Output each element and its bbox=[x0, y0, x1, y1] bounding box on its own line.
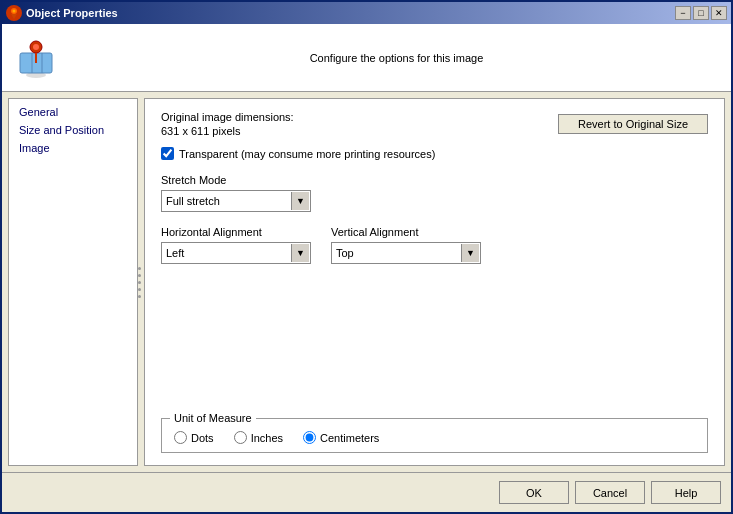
horizontal-alignment-label: Horizontal Alignment bbox=[161, 226, 311, 238]
svg-point-1 bbox=[13, 10, 16, 13]
unit-of-measure-section: Unit of Measure Dots Inches Centimeters bbox=[161, 418, 708, 453]
restore-button[interactable]: □ bbox=[693, 6, 709, 20]
window-title: Object Properties bbox=[26, 7, 675, 19]
vertical-alignment-select[interactable]: Top Middle Bottom bbox=[331, 242, 481, 264]
svg-point-7 bbox=[33, 44, 39, 50]
nav-item-general[interactable]: General bbox=[13, 103, 133, 121]
unit-dots-radio[interactable] bbox=[174, 431, 187, 444]
dialog-description: Configure the options for this image bbox=[74, 52, 719, 64]
app-icon bbox=[14, 35, 58, 79]
minimize-button[interactable]: − bbox=[675, 6, 691, 20]
dialog-footer: OK Cancel Help bbox=[2, 472, 731, 512]
window-icon bbox=[6, 5, 22, 21]
cancel-button[interactable]: Cancel bbox=[575, 481, 645, 504]
stretch-mode-select-wrapper: Full stretch Keep aspect ratio Clip No s… bbox=[161, 190, 311, 212]
alignment-row: Horizontal Alignment Left Center Right ▼… bbox=[161, 226, 708, 264]
help-button[interactable]: Help bbox=[651, 481, 721, 504]
transparent-checkbox[interactable] bbox=[161, 147, 174, 160]
stretch-mode-label: Stretch Mode bbox=[161, 174, 708, 186]
nav-resize-handle bbox=[138, 103, 141, 461]
revert-to-original-size-button[interactable]: Revert to Original Size bbox=[558, 114, 708, 134]
nav-item-image[interactable]: Image bbox=[13, 139, 133, 157]
unit-inches-label[interactable]: Inches bbox=[251, 432, 283, 444]
dialog-header: Configure the options for this image bbox=[2, 24, 731, 92]
title-bar: Object Properties − □ ✕ bbox=[2, 2, 731, 24]
ok-button[interactable]: OK bbox=[499, 481, 569, 504]
unit-of-measure-legend: Unit of Measure bbox=[170, 412, 256, 424]
unit-radio-group: Dots Inches Centimeters bbox=[174, 431, 695, 444]
unit-centimeters-label[interactable]: Centimeters bbox=[320, 432, 379, 444]
image-dims-value: 631 x 611 pixels bbox=[161, 125, 558, 137]
dialog-icon-area bbox=[14, 35, 64, 81]
transparent-checkbox-row: Transparent (may consume more printing r… bbox=[161, 147, 708, 160]
dialog-body: General Size and Position Image bbox=[2, 92, 731, 472]
content-panel: Original image dimensions: 631 x 611 pix… bbox=[144, 98, 725, 466]
vertical-alignment-label: Vertical Alignment bbox=[331, 226, 481, 238]
unit-dots-item: Dots bbox=[174, 431, 214, 444]
object-properties-window: Object Properties − □ ✕ Configure the bbox=[0, 0, 733, 514]
image-dims: Original image dimensions: 631 x 611 pix… bbox=[161, 111, 558, 137]
vertical-alignment-select-wrapper: Top Middle Bottom ▼ bbox=[331, 242, 481, 264]
transparent-label[interactable]: Transparent (may consume more printing r… bbox=[179, 148, 435, 160]
unit-centimeters-radio[interactable] bbox=[303, 431, 316, 444]
close-button[interactable]: ✕ bbox=[711, 6, 727, 20]
horizontal-alignment-select-wrapper: Left Center Right ▼ bbox=[161, 242, 311, 264]
image-dims-label: Original image dimensions: bbox=[161, 111, 558, 123]
unit-inches-radio[interactable] bbox=[234, 431, 247, 444]
image-dims-row: Original image dimensions: 631 x 611 pix… bbox=[161, 111, 708, 137]
vertical-alignment-group: Vertical Alignment Top Middle Bottom ▼ bbox=[331, 226, 481, 264]
nav-item-size-and-position[interactable]: Size and Position bbox=[13, 121, 133, 139]
horizontal-alignment-group: Horizontal Alignment Left Center Right ▼ bbox=[161, 226, 311, 264]
horizontal-alignment-select[interactable]: Left Center Right bbox=[161, 242, 311, 264]
unit-centimeters-item: Centimeters bbox=[303, 431, 379, 444]
nav-panel: General Size and Position Image bbox=[8, 98, 138, 466]
window-controls: − □ ✕ bbox=[675, 6, 727, 20]
unit-dots-label[interactable]: Dots bbox=[191, 432, 214, 444]
unit-inches-item: Inches bbox=[234, 431, 283, 444]
stretch-mode-select[interactable]: Full stretch Keep aspect ratio Clip No s… bbox=[161, 190, 311, 212]
stretch-mode-row: Stretch Mode Full stretch Keep aspect ra… bbox=[161, 174, 708, 212]
